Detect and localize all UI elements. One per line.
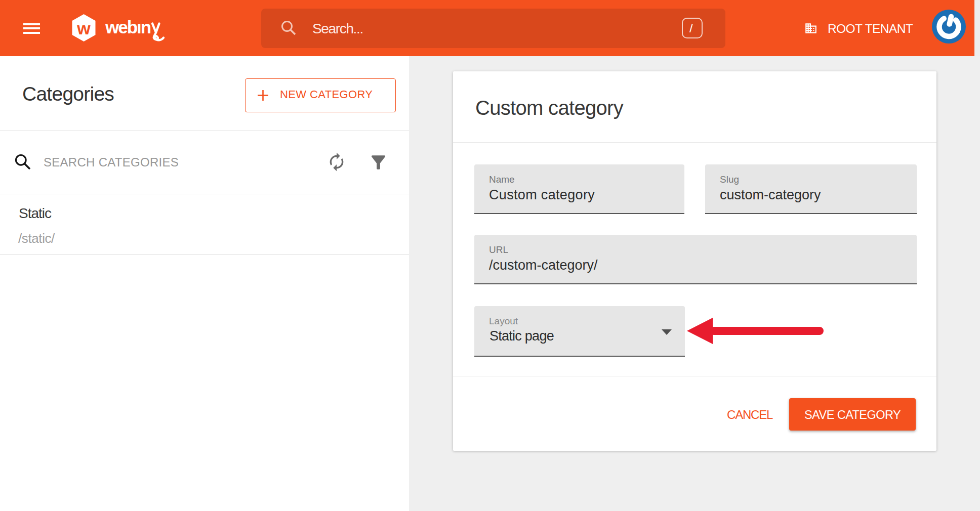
- svg-text:w: w: [76, 19, 91, 38]
